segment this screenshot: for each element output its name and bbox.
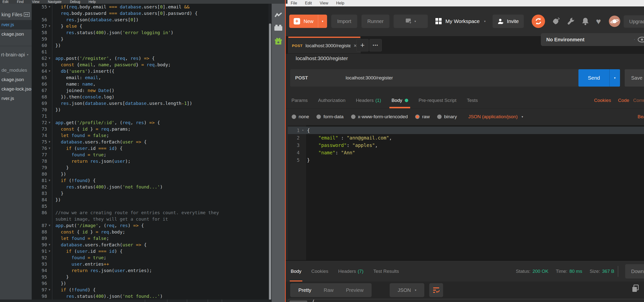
code-line[interactable]: 91▼ if (user.id === id) { bbox=[32, 248, 268, 254]
fold-arrow-icon[interactable]: ▼ bbox=[47, 222, 52, 229]
code-line[interactable]: 67 joined: new Date() bbox=[32, 87, 268, 94]
code-link[interactable]: Code bbox=[618, 92, 629, 108]
code-line[interactable]: 92 found = true; bbox=[32, 254, 268, 261]
send-button-label[interactable]: Send bbox=[578, 69, 609, 86]
satellite-icon[interactable] bbox=[552, 17, 560, 25]
split-view-icon[interactable] bbox=[24, 12, 30, 17]
code-line[interactable]: 83 } bbox=[32, 190, 268, 197]
json-body-line[interactable]: 3 "password": "apples", bbox=[288, 142, 644, 149]
code-line[interactable]: 66 name: name, bbox=[32, 81, 268, 87]
editor-menu-help[interactable]: Help bbox=[88, 0, 96, 4]
code-line[interactable]: 75▼ database.users.forEach(user => { bbox=[32, 139, 268, 145]
code-line[interactable]: 96 }) bbox=[32, 280, 268, 287]
request-body-editor[interactable]: 1▾{2 "email" : "ann@gmail.com",3 "passwo… bbox=[288, 125, 644, 262]
body-mode-binary[interactable]: binary bbox=[437, 114, 457, 120]
code-line[interactable]: 87▼app.put('/image', (req, res) => { bbox=[32, 222, 268, 229]
request-tab-authorization[interactable]: Authorization bbox=[318, 92, 346, 108]
code-line[interactable]: 77 found = true; bbox=[32, 152, 268, 158]
code-line[interactable]: 60}) bbox=[32, 42, 268, 49]
code-line[interactable]: 95 } bbox=[32, 274, 268, 280]
sidebar-open-file-rver-js[interactable]: rver.js bbox=[0, 20, 32, 30]
editor-menu-find[interactable]: Find bbox=[17, 0, 24, 4]
postman-menu-help[interactable]: Help bbox=[336, 1, 344, 6]
response-tab-body[interactable]: Body bbox=[291, 261, 301, 282]
json-body-line[interactable]: 1▾{ bbox=[288, 127, 644, 134]
heart-icon[interactable]: ♥ bbox=[596, 17, 601, 26]
environment-quick-look-button[interactable] bbox=[634, 33, 644, 46]
send-options-dropdown[interactable]: ▾ bbox=[609, 69, 620, 86]
wrap-text-button[interactable] bbox=[429, 283, 443, 297]
editor-menu-view[interactable]: View bbox=[32, 0, 39, 4]
workspace-switcher[interactable]: My Workspace ▾ bbox=[436, 18, 486, 24]
avatar[interactable] bbox=[609, 16, 620, 27]
code-line[interactable]: 97▼ if (!found) { bbox=[32, 287, 268, 293]
code-line[interactable]: 62▼app.post('/register', (req, res) => { bbox=[32, 55, 268, 62]
code-line[interactable]: 76▼ if (user.id === id) { bbox=[32, 145, 268, 152]
postman-menu-edit[interactable]: Edit bbox=[305, 1, 312, 6]
sidebar-tree-item-rver-js[interactable]: rver.js bbox=[0, 94, 32, 103]
code-line[interactable]: 57▼ } else { bbox=[32, 23, 268, 30]
request-tab-tests[interactable]: Tests bbox=[467, 92, 478, 108]
environment-selector[interactable]: No Environment ▾ bbox=[541, 33, 641, 46]
more-tabs-button[interactable]: ••• bbox=[370, 39, 382, 52]
response-tab-test-results[interactable]: Test Results bbox=[373, 261, 399, 282]
code-pane[interactable]: 55▼ if(req.body.email === database.users… bbox=[32, 4, 268, 300]
code-line[interactable]: 78 return res.json(user); bbox=[32, 158, 268, 164]
brick-icon[interactable] bbox=[274, 24, 282, 31]
content-type-selector[interactable]: JSON (application/json) ▾ bbox=[468, 114, 523, 120]
view-tab-preview[interactable]: Preview bbox=[340, 288, 370, 293]
request-tab[interactable]: POST localhost:3000/register × bbox=[288, 36, 360, 54]
body-mode-x-www-form-urlencoded[interactable]: x-www-form-urlencoded bbox=[351, 114, 408, 120]
new-window-button[interactable]: ▾ bbox=[394, 14, 428, 28]
sidebar-open-file-ckage-json[interactable]: ckage.json bbox=[0, 30, 32, 39]
code-line[interactable]: 55▼ if(req.body.email === database.users… bbox=[32, 4, 268, 10]
editor-menu-navigate[interactable]: Navigate bbox=[48, 0, 61, 4]
code-line[interactable]: 64▼ db('users').insert({ bbox=[32, 68, 268, 74]
request-tab-body[interactable]: Body bbox=[392, 92, 408, 108]
url-input[interactable]: localhost:3000/register bbox=[341, 69, 586, 86]
code-line[interactable]: 63 const {email, name, password} = req.b… bbox=[32, 62, 268, 68]
fold-arrow-icon[interactable]: ▼ bbox=[47, 23, 52, 30]
code-line[interactable]: 69 res.json(database.users[database.user… bbox=[32, 100, 268, 106]
code-line[interactable]: 88 const { id } = req.body; bbox=[32, 229, 268, 235]
code-line[interactable]: req.body.password === database.users[0].… bbox=[32, 10, 268, 16]
body-mode-form-data[interactable]: form-data bbox=[316, 114, 344, 120]
body-mode-none[interactable]: none bbox=[292, 114, 309, 120]
request-tab-params[interactable]: Params bbox=[292, 92, 308, 108]
download-button[interactable]: Download bbox=[625, 264, 644, 278]
fold-arrow-icon[interactable]: ▼ bbox=[47, 68, 52, 74]
json-body-line[interactable]: 2 "email" : "ann@gmail.com", bbox=[288, 134, 644, 142]
scrollbar-thumb[interactable] bbox=[269, 24, 271, 302]
fold-arrow-icon[interactable]: ▼ bbox=[47, 177, 52, 184]
postman-menu-file[interactable]: File bbox=[291, 1, 297, 6]
beautify-link[interactable]: Beautify bbox=[638, 114, 644, 120]
code-line[interactable]: 82 res.status(400).json('not found...') bbox=[32, 184, 268, 190]
project-header[interactable]: rt-brain-api ▾ bbox=[0, 49, 32, 60]
response-tab-headers[interactable]: Headers (7) bbox=[338, 261, 364, 282]
fold-arrow-icon[interactable]: ▼ bbox=[47, 4, 52, 10]
view-tab-raw[interactable]: Raw bbox=[318, 288, 340, 293]
new-tab-button[interactable]: + bbox=[356, 39, 369, 52]
code-line[interactable]: 80 }) bbox=[32, 171, 268, 177]
fold-arrow-icon[interactable]: ▾ bbox=[300, 127, 306, 134]
request-tab-pre-request-script[interactable]: Pre-request Script bbox=[418, 92, 456, 108]
code-line[interactable]: 72▼app.get('/profile/:id', (req, res) =>… bbox=[32, 120, 268, 126]
bell-icon[interactable] bbox=[582, 17, 589, 25]
code-line[interactable]: 93 user.entries++ bbox=[32, 261, 268, 267]
sidebar-tree-item-de-modules[interactable]: de_modules bbox=[0, 66, 32, 75]
response-language-selector[interactable]: JSON ▾ bbox=[390, 283, 424, 297]
fold-arrow-icon[interactable]: ▼ bbox=[47, 120, 52, 126]
body-mode-raw[interactable]: raw bbox=[415, 114, 430, 120]
json-body-line[interactable]: 4 "name": "Ann" bbox=[288, 149, 644, 156]
code-line[interactable]: submit image, they will get a count for … bbox=[32, 216, 268, 222]
fold-arrow-icon[interactable]: ▼ bbox=[47, 242, 52, 248]
code-line[interactable]: 59 } bbox=[32, 36, 268, 42]
upgrade-button[interactable]: Upgrade bbox=[624, 15, 644, 28]
fold-arrow-icon[interactable]: ▼ bbox=[47, 55, 52, 62]
code-line[interactable]: 98 res.status(400).json('not found...') bbox=[32, 293, 268, 300]
runner-button[interactable]: Runner bbox=[362, 14, 390, 28]
editor-menu-edit[interactable]: Edit bbox=[2, 0, 8, 4]
code-line[interactable]: 81▼ if (!found) { bbox=[32, 177, 268, 184]
code-line[interactable]: 58 res.status(400).json('error logging i… bbox=[32, 30, 268, 36]
editor-menu-debug[interactable]: Debug bbox=[70, 0, 80, 4]
